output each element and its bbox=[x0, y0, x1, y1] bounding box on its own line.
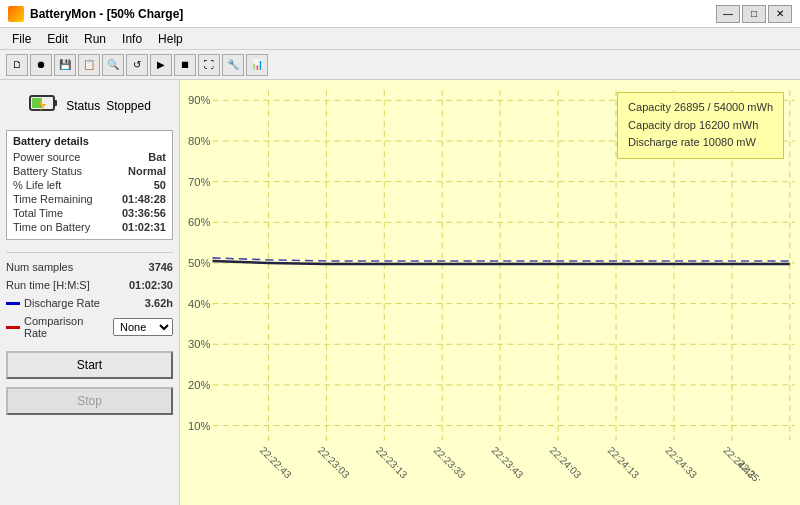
svg-text:70%: 70% bbox=[188, 176, 210, 188]
toolbar-btn-new[interactable]: 🗋 bbox=[6, 54, 28, 76]
total-time-value: 03:36:56 bbox=[122, 207, 166, 219]
app-icon bbox=[8, 6, 24, 22]
toolbar: 🗋 ⏺ 💾 📋 🔍 ↺ ▶ ⏹ ⛶ 🔧 📊 bbox=[0, 50, 800, 80]
battery-details-title: Battery details bbox=[13, 135, 166, 147]
status-label: Status bbox=[66, 99, 100, 113]
time-on-battery-label: Time on Battery bbox=[13, 221, 90, 233]
info-line-2: Capacity drop 16200 mWh bbox=[628, 117, 773, 135]
menu-run[interactable]: Run bbox=[76, 30, 114, 47]
run-time-value: 01:02:30 bbox=[129, 279, 173, 291]
num-samples-value: 3746 bbox=[149, 261, 173, 273]
toolbar-btn-stop[interactable]: ⏹ bbox=[174, 54, 196, 76]
stop-button: Stop bbox=[6, 387, 173, 415]
toolbar-btn-copy[interactable]: 📋 bbox=[78, 54, 100, 76]
comparison-rate-select[interactable]: None 2h 3h 4h 5h bbox=[113, 318, 173, 336]
toolbar-btn-search[interactable]: 🔍 bbox=[102, 54, 124, 76]
svg-text:80%: 80% bbox=[188, 135, 210, 147]
status-row: Status Stopped bbox=[6, 86, 173, 126]
time-remaining-label: Time Remaining bbox=[13, 193, 93, 205]
svg-text:50%: 50% bbox=[188, 257, 210, 269]
window-controls: — □ ✕ bbox=[716, 5, 792, 23]
battery-details-box: Battery details Power source Bat Battery… bbox=[6, 130, 173, 240]
main-content: Status Stopped Battery details Power sou… bbox=[0, 80, 800, 505]
discharge-rate-value: 3.62h bbox=[145, 297, 173, 309]
time-on-battery-value: 01:02:31 bbox=[122, 221, 166, 233]
toolbar-btn-save[interactable]: 💾 bbox=[54, 54, 76, 76]
discharge-rate-row: Discharge Rate 3.62h bbox=[6, 297, 173, 309]
comparison-rate-row: Comparison Rate None 2h 3h 4h 5h bbox=[6, 315, 173, 339]
window-title: BatteryMon - [50% Charge] bbox=[30, 7, 183, 21]
menu-info[interactable]: Info bbox=[114, 30, 150, 47]
power-source-label: Power source bbox=[13, 151, 80, 163]
info-line-3: Discharge rate 10080 mW bbox=[628, 134, 773, 152]
power-source-value: Bat bbox=[148, 151, 166, 163]
maximize-button[interactable]: □ bbox=[742, 5, 766, 23]
battery-icon bbox=[28, 90, 60, 122]
toolbar-btn-play[interactable]: ▶ bbox=[150, 54, 172, 76]
comparison-rate-label: Comparison Rate bbox=[24, 315, 109, 339]
run-time-row: Run time [H:M:S] 01:02:30 bbox=[6, 279, 173, 291]
comparison-color-swatch bbox=[6, 326, 20, 329]
toolbar-btn-2[interactable]: ⏺ bbox=[30, 54, 52, 76]
menu-file[interactable]: File bbox=[4, 30, 39, 47]
svg-text:10%: 10% bbox=[188, 420, 210, 432]
detail-battery-status: Battery Status Normal bbox=[13, 165, 166, 177]
battery-status-value: Normal bbox=[128, 165, 166, 177]
discharge-rate-label: Discharge Rate bbox=[24, 297, 141, 309]
svg-text:40%: 40% bbox=[188, 298, 210, 310]
life-left-value: 50 bbox=[154, 179, 166, 191]
toolbar-btn-zoom[interactable]: ⛶ bbox=[198, 54, 220, 76]
menu-edit[interactable]: Edit bbox=[39, 30, 76, 47]
num-samples-label: Num samples bbox=[6, 261, 73, 273]
svg-text:90%: 90% bbox=[188, 94, 210, 106]
title-bar: BatteryMon - [50% Charge] — □ ✕ bbox=[0, 0, 800, 28]
info-line-1: Capacity 26895 / 54000 mWh bbox=[628, 99, 773, 117]
menu-bar: File Edit Run Info Help bbox=[0, 28, 800, 50]
title-left: BatteryMon - [50% Charge] bbox=[8, 6, 183, 22]
time-remaining-value: 01:48:28 bbox=[122, 193, 166, 205]
chart-info-box: Capacity 26895 / 54000 mWh Capacity drop… bbox=[617, 92, 784, 159]
battery-status-label: Battery Status bbox=[13, 165, 82, 177]
svg-text:30%: 30% bbox=[188, 338, 210, 350]
detail-life-left: % Life left 50 bbox=[13, 179, 166, 191]
minimize-button[interactable]: — bbox=[716, 5, 740, 23]
toolbar-btn-refresh[interactable]: ↺ bbox=[126, 54, 148, 76]
close-button[interactable]: ✕ bbox=[768, 5, 792, 23]
detail-power-source: Power source Bat bbox=[13, 151, 166, 163]
chart-area: 90% 80% 70% 60% 50% 40% 30% 20% 10% 22:2… bbox=[180, 80, 800, 505]
detail-time-on-battery: Time on Battery 01:02:31 bbox=[13, 221, 166, 233]
svg-text:20%: 20% bbox=[188, 379, 210, 391]
detail-time-remaining: Time Remaining 01:48:28 bbox=[13, 193, 166, 205]
svg-text:60%: 60% bbox=[188, 216, 210, 228]
status-value: Stopped bbox=[106, 99, 151, 113]
run-time-label: Run time [H:M:S] bbox=[6, 279, 90, 291]
discharge-color-swatch bbox=[6, 302, 20, 305]
left-panel: Status Stopped Battery details Power sou… bbox=[0, 80, 180, 505]
start-button[interactable]: Start bbox=[6, 351, 173, 379]
detail-total-time: Total Time 03:36:56 bbox=[13, 207, 166, 219]
life-left-label: % Life left bbox=[13, 179, 61, 191]
svg-rect-1 bbox=[54, 100, 57, 106]
total-time-label: Total Time bbox=[13, 207, 63, 219]
toolbar-btn-chart[interactable]: 📊 bbox=[246, 54, 268, 76]
divider-1 bbox=[6, 252, 173, 253]
menu-help[interactable]: Help bbox=[150, 30, 191, 47]
toolbar-btn-settings[interactable]: 🔧 bbox=[222, 54, 244, 76]
num-samples-row: Num samples 3746 bbox=[6, 261, 173, 273]
